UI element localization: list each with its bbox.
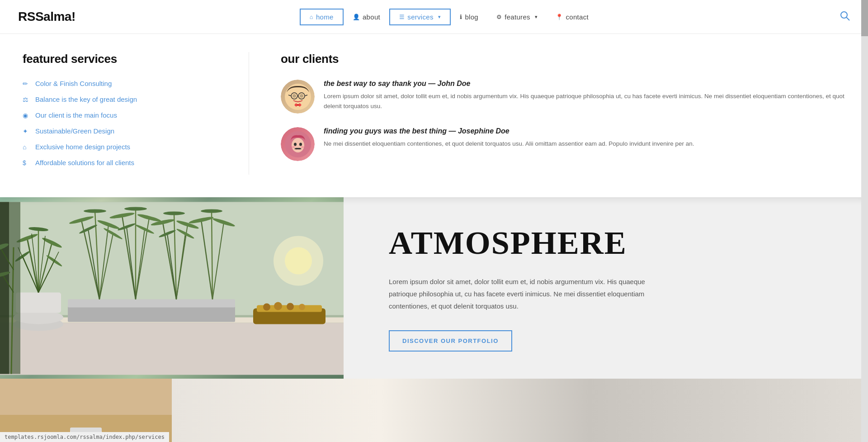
svg-point-10 xyxy=(297,104,299,106)
testimonial-1-body: Lorem ipsum dolor sit amet, dolor tollit… xyxy=(324,91,845,111)
service-link-affordable[interactable]: $ Affordable solutions for all clients xyxy=(23,159,217,166)
svg-rect-40 xyxy=(68,306,235,322)
header: RSSalma! ⌂ home 👤 about ☰ services ℹ blo… xyxy=(0,0,868,34)
house-icon: ⌂ xyxy=(23,143,31,151)
svg-point-76 xyxy=(201,209,222,213)
search-button[interactable] xyxy=(840,11,850,23)
svg-rect-96 xyxy=(70,428,102,432)
logo: RSSalma! xyxy=(18,10,75,24)
svg-point-13 xyxy=(294,143,297,146)
home-icon: ⌂ xyxy=(310,14,313,20)
svg-rect-41 xyxy=(68,299,235,308)
svg-point-48 xyxy=(84,209,106,213)
avatar-circle-2 xyxy=(281,127,315,161)
testimonial-1: the best way to say thank you — John Doe… xyxy=(281,80,845,114)
avatar-illustration-2 xyxy=(284,131,311,158)
nav-about[interactable]: 👤 about xyxy=(344,10,389,24)
nav-contact[interactable]: 📍 contact xyxy=(547,10,598,24)
pencil-icon: ✏ xyxy=(23,80,31,87)
svg-point-8 xyxy=(292,94,296,98)
svg-point-83 xyxy=(299,304,305,310)
svg-point-0 xyxy=(841,12,847,18)
svg-rect-85 xyxy=(0,202,9,374)
svg-point-22 xyxy=(285,247,312,275)
atmosphere-section: ATMOSPHERE Lorem ipsum dolor sit amet, d… xyxy=(0,197,868,379)
service-link-color[interactable]: ✏ Color & Finish Consulting xyxy=(23,80,217,87)
avatar-circle-1 xyxy=(281,80,315,114)
bottom-right-illustration xyxy=(172,379,868,442)
svg-rect-98 xyxy=(172,379,868,442)
our-clients-title: our clients xyxy=(281,52,845,66)
atmosphere-title: ATMOSPHERE xyxy=(389,224,823,262)
service-link-client[interactable]: ◉ Our client is the main focus xyxy=(23,111,217,119)
svg-point-9 xyxy=(300,94,303,98)
plant-illustration xyxy=(0,197,344,379)
svg-rect-97 xyxy=(172,379,868,442)
svg-point-15 xyxy=(292,146,295,148)
blog-icon: ℹ xyxy=(460,14,462,20)
about-icon: 👤 xyxy=(353,14,360,20)
main-content: featured services ✏ Color & Finish Consu… xyxy=(0,34,868,442)
svg-point-68 xyxy=(163,212,185,215)
testimonial-2-quote: finding you guys was the best thing — Jo… xyxy=(324,127,694,135)
panel-divider xyxy=(249,52,249,175)
dollar-icon: $ xyxy=(23,159,31,166)
svg-point-14 xyxy=(299,143,302,146)
features-icon: ⚙ xyxy=(496,14,502,20)
nav-home[interactable]: ⌂ home xyxy=(300,9,344,25)
atmosphere-image xyxy=(0,197,344,379)
leaf-icon: ✦ xyxy=(23,128,31,135)
svg-line-1 xyxy=(847,17,850,20)
service-link-balance[interactable]: ⚖ Balance is the key of great design xyxy=(23,95,217,103)
avatar-1 xyxy=(281,80,315,114)
avatar-2 xyxy=(281,127,315,161)
services-icon: ☰ xyxy=(399,14,405,20)
contact-icon: 📍 xyxy=(556,14,563,20)
testimonial-2-body: Ne mei dissentiet eloquentiam contention… xyxy=(324,139,694,149)
avatar-illustration-1 xyxy=(284,83,311,110)
svg-point-12 xyxy=(292,138,304,152)
svg-rect-20 xyxy=(0,323,344,375)
svg-point-81 xyxy=(274,302,282,310)
search-icon xyxy=(840,11,850,21)
service-link-home[interactable]: ⌂ Exclusive home design projects xyxy=(23,143,217,151)
scrollbar[interactable] xyxy=(861,0,868,442)
testimonial-1-text: the best way to say thank you — John Doe… xyxy=(324,80,845,111)
our-clients-panel: our clients xyxy=(281,52,845,175)
svg-point-58 xyxy=(124,207,147,211)
svg-point-80 xyxy=(263,304,270,311)
atmosphere-text-panel: ATMOSPHERE Lorem ipsum dolor sit amet, d… xyxy=(344,197,868,379)
focus-icon: ◉ xyxy=(23,112,31,119)
scrollbar-thumb[interactable] xyxy=(861,0,868,36)
nav-features[interactable]: ⚙ features xyxy=(487,10,547,24)
svg-rect-25 xyxy=(16,293,61,313)
atmosphere-body: Lorem ipsum dolor sit amet, dolor tollit… xyxy=(389,276,660,312)
svg-point-2 xyxy=(285,84,311,110)
nav-services[interactable]: ☰ services xyxy=(389,9,451,25)
testimonial-2-text: finding you guys was the best thing — Jo… xyxy=(324,127,694,149)
service-link-sustainable[interactable]: ✦ Sustainable/Green Design xyxy=(23,127,217,135)
bottom-right-image xyxy=(172,379,868,442)
url-bar: templates.rsjoomla.com/rssalma/index.php… xyxy=(0,432,169,442)
dropdown-panel: featured services ✏ Color & Finish Consu… xyxy=(0,34,868,197)
svg-point-82 xyxy=(287,303,294,310)
discover-portfolio-button[interactable]: DISCOVER OUR PORTFOLIO xyxy=(389,330,512,352)
featured-services-title: featured services xyxy=(23,52,217,66)
scale-icon: ⚖ xyxy=(23,96,31,103)
main-nav: ⌂ home 👤 about ☰ services ℹ blog ⚙ featu… xyxy=(300,9,598,25)
testimonial-1-quote: the best way to say thank you — John Doe xyxy=(324,80,845,88)
nav-blog[interactable]: ℹ blog xyxy=(451,10,487,24)
testimonial-2: finding you guys was the best thing — Jo… xyxy=(281,127,845,161)
svg-point-16 xyxy=(301,146,304,148)
featured-services-panel: featured services ✏ Color & Finish Consu… xyxy=(23,52,217,175)
